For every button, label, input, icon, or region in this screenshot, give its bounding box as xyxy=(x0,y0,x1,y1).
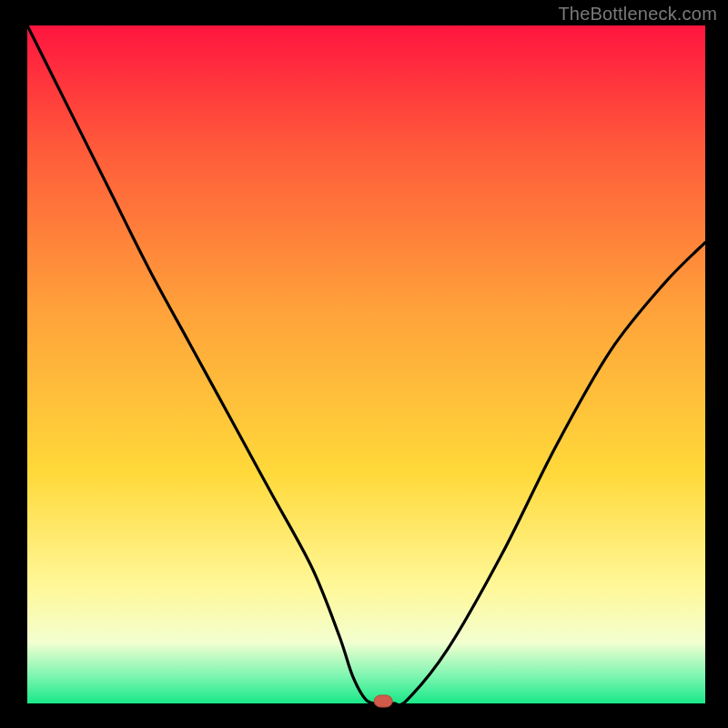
target-point-marker xyxy=(374,695,392,707)
bottleneck-chart xyxy=(0,0,728,728)
watermark-label: TheBottleneck.com xyxy=(558,4,717,25)
chart-stage: TheBottleneck.com xyxy=(0,0,728,728)
plot-background xyxy=(27,25,705,703)
